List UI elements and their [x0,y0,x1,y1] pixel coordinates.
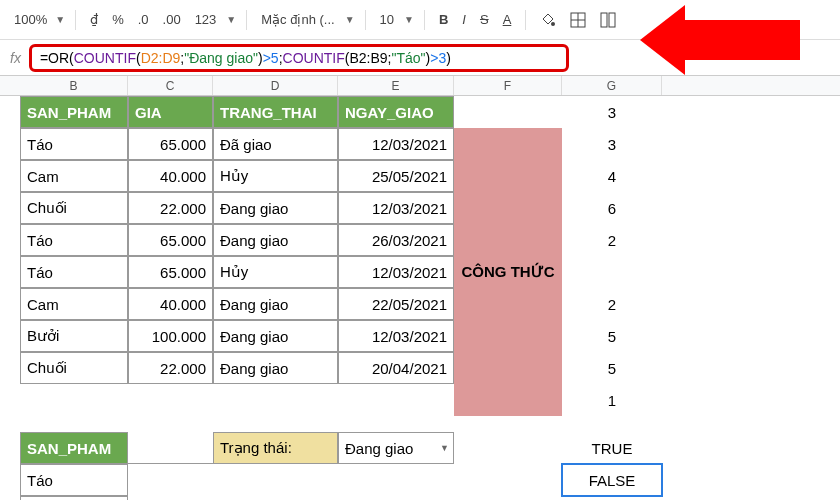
decrease-decimal-button[interactable]: .0 [134,10,153,29]
bold-button[interactable]: B [435,10,452,29]
cell-san-pham[interactable]: Táo [20,128,128,160]
cell-san-pham[interactable]: Cam [20,496,128,500]
cell-g[interactable]: 5 [562,352,662,384]
cell-trang-thai[interactable]: Đang giao [213,320,338,352]
chevron-down-icon[interactable]: ▼ [404,14,414,25]
italic-button[interactable]: I [458,10,470,29]
cell-trang-thai[interactable]: Đang giao [213,288,338,320]
cell-ngay-giao[interactable]: 12/03/2021 [338,256,454,288]
cell-trang-thai[interactable]: Hủy [213,160,338,192]
cell-trang-thai[interactable]: Hủy [213,256,338,288]
svg-rect-4 [601,13,607,27]
merged-cell-cong-thuc[interactable]: CÔNG THỨC [454,128,562,416]
col-header-c[interactable]: C [128,76,213,95]
cell-gia[interactable]: 100.000 [128,320,213,352]
callout-arrow [680,20,800,60]
cell-trang-thai[interactable]: Đã giao [213,128,338,160]
col-header-e[interactable]: E [338,76,454,95]
spreadsheet-grid: SAN_PHAM GIA TRANG_THAI NGAY_GIAO 3 CÔNG… [0,96,840,500]
cell-g[interactable]: 6 [562,192,662,224]
cell-g[interactable]: 2 [562,288,662,320]
column-headers: B C D E F G [0,76,840,96]
text-color-button[interactable]: A [499,10,516,29]
font-select[interactable]: Mặc định (... [257,10,338,29]
cell-ngay-giao[interactable]: 22/05/2021 [338,288,454,320]
filter-dropdown[interactable]: Đang giao [338,432,454,464]
cell-trang-thai[interactable]: Đang giao [213,192,338,224]
formula-input[interactable]: =OR(COUNTIF(D2:D9;"Đang giao")>5;COUNTIF… [29,44,569,72]
col-header-d[interactable]: D [213,76,338,95]
header-trang-thai[interactable]: TRANG_THAI [213,96,338,128]
svg-point-0 [551,22,555,26]
fill-color-icon[interactable] [536,10,560,30]
strike-button[interactable]: S [476,10,493,29]
cell-gia[interactable]: 65.000 [128,256,213,288]
svg-rect-5 [609,13,615,27]
cell-g[interactable]: 4 [562,160,662,192]
cell-gia[interactable]: 22.000 [128,192,213,224]
header-gia[interactable]: GIA [128,96,213,128]
col-header-f[interactable]: F [454,76,562,95]
header-san-pham-2[interactable]: SAN_PHAM [20,432,128,464]
cell-ngay-giao[interactable]: 26/03/2021 [338,224,454,256]
cell-san-pham[interactable]: Cam [20,160,128,192]
cell-san-pham[interactable]: Bưởi [20,320,128,352]
cell-trang-thai[interactable]: Đang giao [213,224,338,256]
cell-g[interactable]: 2 [562,224,662,256]
cell-san-pham[interactable]: Táo [20,464,128,496]
selected-cell[interactable]: FALSE [562,464,662,496]
cell-ngay-giao[interactable]: 25/05/2021 [338,160,454,192]
col-header-b[interactable]: B [20,76,128,95]
number-format-button[interactable]: 123 [191,10,221,29]
cell-ngay-giao[interactable]: 12/03/2021 [338,192,454,224]
cell-gia[interactable]: 65.000 [128,224,213,256]
cell-g[interactable]: 3 [562,96,662,128]
cell-g[interactable]: 3 [562,128,662,160]
chevron-down-icon[interactable]: ▼ [345,14,355,25]
chevron-down-icon[interactable]: ▼ [226,14,236,25]
cell-gia[interactable]: 22.000 [128,352,213,384]
cell-trang-thai[interactable]: Đang giao [213,352,338,384]
cell-g[interactable] [562,256,662,288]
merge-icon[interactable] [596,10,620,30]
cell-san-pham[interactable]: Chuối [20,192,128,224]
cell-san-pham[interactable]: Cam [20,288,128,320]
cell-gia[interactable]: 65.000 [128,128,213,160]
cell-g[interactable]: 5 [562,320,662,352]
cell-san-pham[interactable]: Táo [20,224,128,256]
header-san-pham[interactable]: SAN_PHAM [20,96,128,128]
cell-san-pham[interactable]: Chuối [20,352,128,384]
cell-gia[interactable]: 40.000 [128,288,213,320]
increase-decimal-button[interactable]: .00 [159,10,185,29]
cell-g[interactable]: 1 [562,384,662,416]
cell-gia[interactable]: 40.000 [128,160,213,192]
header-ngay-giao[interactable]: NGAY_GIAO [338,96,454,128]
percent-button[interactable]: % [108,10,128,29]
fx-label: fx [10,50,21,66]
cell-san-pham[interactable]: Táo [20,256,128,288]
font-size[interactable]: 10 [376,10,398,29]
chevron-down-icon[interactable]: ▼ [55,14,65,25]
cell-g[interactable]: TRUE [562,432,662,464]
cell-ngay-giao[interactable]: 12/03/2021 [338,128,454,160]
empty-cell[interactable] [128,432,213,464]
zoom-level[interactable]: 100% [10,10,51,29]
currency-button[interactable]: ₫ [86,10,102,29]
cell-ngay-giao[interactable]: 12/03/2021 [338,320,454,352]
col-header-g[interactable]: G [562,76,662,95]
borders-icon[interactable] [566,10,590,30]
cell-ngay-giao[interactable]: 20/04/2021 [338,352,454,384]
filter-label[interactable]: Trạng thái: [213,432,338,464]
